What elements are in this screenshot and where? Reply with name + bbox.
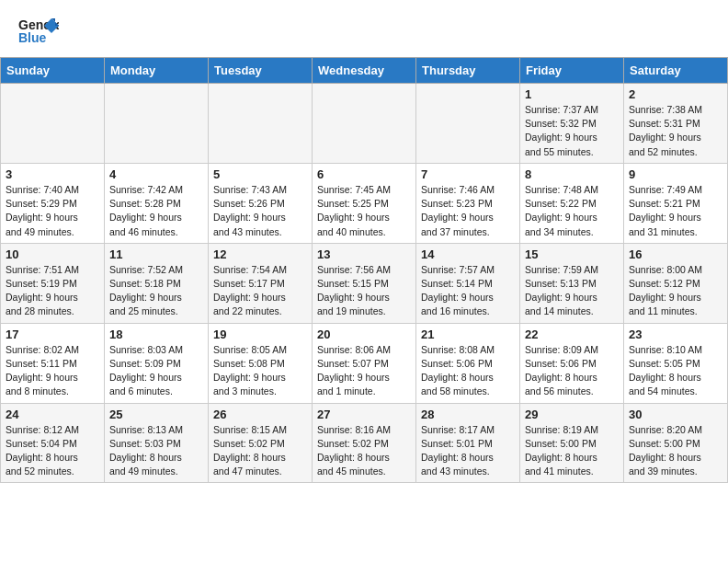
day-number: 15 — [525, 247, 619, 261]
day-number: 16 — [629, 247, 722, 261]
day-number: 7 — [421, 167, 515, 181]
day-info: Sunrise: 7:43 AM Sunset: 5:26 PM Dayligh… — [213, 183, 307, 239]
calendar-day-cell: 24Sunrise: 8:12 AM Sunset: 5:04 PM Dayli… — [1, 403, 105, 483]
day-info: Sunrise: 7:37 AM Sunset: 5:32 PM Dayligh… — [525, 103, 619, 159]
calendar-day-cell: 29Sunrise: 8:19 AM Sunset: 5:00 PM Dayli… — [520, 403, 624, 483]
calendar-day-cell: 13Sunrise: 7:56 AM Sunset: 5:15 PM Dayli… — [313, 243, 416, 323]
calendar-day-cell: 21Sunrise: 8:08 AM Sunset: 5:06 PM Dayli… — [416, 323, 520, 403]
calendar-day-cell: 28Sunrise: 8:17 AM Sunset: 5:01 PM Dayli… — [416, 403, 520, 483]
calendar-week-row: 10Sunrise: 7:51 AM Sunset: 5:19 PM Dayli… — [1, 243, 728, 323]
calendar-empty-cell — [209, 84, 313, 164]
calendar-day-cell: 14Sunrise: 7:57 AM Sunset: 5:14 PM Dayli… — [416, 243, 520, 323]
day-info: Sunrise: 8:02 AM Sunset: 5:11 PM Dayligh… — [6, 343, 99, 399]
calendar-day-cell: 12Sunrise: 7:54 AM Sunset: 5:17 PM Dayli… — [209, 243, 313, 323]
day-info: Sunrise: 8:13 AM Sunset: 5:03 PM Dayligh… — [109, 423, 203, 479]
day-info: Sunrise: 7:49 AM Sunset: 5:21 PM Dayligh… — [629, 183, 722, 239]
day-info: Sunrise: 8:03 AM Sunset: 5:09 PM Dayligh… — [109, 343, 203, 399]
weekday-header: Wednesday — [313, 58, 416, 84]
calendar-day-cell: 4Sunrise: 7:42 AM Sunset: 5:28 PM Daylig… — [105, 163, 209, 243]
day-info: Sunrise: 8:08 AM Sunset: 5:06 PM Dayligh… — [421, 343, 515, 399]
calendar-day-cell: 20Sunrise: 8:06 AM Sunset: 5:07 PM Dayli… — [313, 323, 416, 403]
day-info: Sunrise: 7:42 AM Sunset: 5:28 PM Dayligh… — [109, 183, 203, 239]
day-info: Sunrise: 7:54 AM Sunset: 5:17 PM Dayligh… — [213, 263, 307, 319]
calendar-day-cell: 25Sunrise: 8:13 AM Sunset: 5:03 PM Dayli… — [105, 403, 209, 483]
day-info: Sunrise: 8:09 AM Sunset: 5:06 PM Dayligh… — [525, 343, 619, 399]
day-number: 19 — [213, 327, 307, 341]
day-info: Sunrise: 8:12 AM Sunset: 5:04 PM Dayligh… — [6, 423, 99, 479]
logo-icon: General Blue — [18, 15, 59, 50]
day-info: Sunrise: 7:51 AM Sunset: 5:19 PM Dayligh… — [6, 263, 99, 319]
calendar-day-cell: 9Sunrise: 7:49 AM Sunset: 5:21 PM Daylig… — [624, 163, 728, 243]
day-number: 12 — [213, 247, 307, 261]
day-number: 23 — [629, 327, 722, 341]
calendar-day-cell: 2Sunrise: 7:38 AM Sunset: 5:31 PM Daylig… — [624, 84, 728, 164]
day-number: 26 — [213, 408, 307, 421]
day-number: 28 — [421, 408, 515, 421]
day-info: Sunrise: 7:48 AM Sunset: 5:22 PM Dayligh… — [525, 183, 619, 239]
svg-text:Blue: Blue — [18, 30, 47, 45]
day-number: 11 — [109, 247, 203, 261]
day-info: Sunrise: 7:57 AM Sunset: 5:14 PM Dayligh… — [421, 263, 515, 319]
calendar: SundayMondayTuesdayWednesdayThursdayFrid… — [0, 57, 728, 483]
day-info: Sunrise: 8:19 AM Sunset: 5:00 PM Dayligh… — [525, 423, 619, 479]
calendar-empty-cell — [105, 84, 209, 164]
calendar-week-row: 24Sunrise: 8:12 AM Sunset: 5:04 PM Dayli… — [1, 403, 728, 483]
day-number: 10 — [6, 247, 99, 261]
day-number: 4 — [109, 167, 203, 181]
day-number: 14 — [421, 247, 515, 261]
calendar-day-cell: 15Sunrise: 7:59 AM Sunset: 5:13 PM Dayli… — [520, 243, 624, 323]
day-number: 8 — [525, 167, 619, 181]
day-number: 9 — [629, 167, 722, 181]
calendar-day-cell: 23Sunrise: 8:10 AM Sunset: 5:05 PM Dayli… — [624, 323, 728, 403]
day-number: 17 — [6, 327, 99, 341]
calendar-day-cell: 8Sunrise: 7:48 AM Sunset: 5:22 PM Daylig… — [520, 163, 624, 243]
day-number: 25 — [109, 408, 203, 421]
calendar-week-row: 17Sunrise: 8:02 AM Sunset: 5:11 PM Dayli… — [1, 323, 728, 403]
day-info: Sunrise: 7:45 AM Sunset: 5:25 PM Dayligh… — [317, 183, 411, 239]
calendar-day-cell: 16Sunrise: 8:00 AM Sunset: 5:12 PM Dayli… — [624, 243, 728, 323]
day-info: Sunrise: 7:38 AM Sunset: 5:31 PM Dayligh… — [629, 103, 722, 159]
calendar-day-cell: 7Sunrise: 7:46 AM Sunset: 5:23 PM Daylig… — [416, 163, 520, 243]
day-info: Sunrise: 8:20 AM Sunset: 5:00 PM Dayligh… — [629, 423, 722, 479]
calendar-day-cell: 17Sunrise: 8:02 AM Sunset: 5:11 PM Dayli… — [1, 323, 105, 403]
day-number: 1 — [525, 87, 619, 101]
weekday-header: Thursday — [416, 58, 520, 84]
day-info: Sunrise: 8:05 AM Sunset: 5:08 PM Dayligh… — [213, 343, 307, 399]
day-info: Sunrise: 7:59 AM Sunset: 5:13 PM Dayligh… — [525, 263, 619, 319]
day-number: 22 — [525, 327, 619, 341]
calendar-week-row: 1Sunrise: 7:37 AM Sunset: 5:32 PM Daylig… — [1, 84, 728, 164]
weekday-header-row: SundayMondayTuesdayWednesdayThursdayFrid… — [1, 58, 728, 84]
day-info: Sunrise: 8:16 AM Sunset: 5:02 PM Dayligh… — [317, 423, 411, 479]
day-number: 29 — [525, 408, 619, 421]
calendar-day-cell: 27Sunrise: 8:16 AM Sunset: 5:02 PM Dayli… — [313, 403, 416, 483]
day-number: 20 — [317, 327, 411, 341]
day-info: Sunrise: 7:56 AM Sunset: 5:15 PM Dayligh… — [317, 263, 411, 319]
calendar-day-cell: 10Sunrise: 7:51 AM Sunset: 5:19 PM Dayli… — [1, 243, 105, 323]
day-number: 18 — [109, 327, 203, 341]
weekday-header: Saturday — [624, 58, 728, 84]
weekday-header: Tuesday — [209, 58, 313, 84]
calendar-day-cell: 22Sunrise: 8:09 AM Sunset: 5:06 PM Dayli… — [520, 323, 624, 403]
day-number: 3 — [6, 167, 99, 181]
calendar-day-cell: 11Sunrise: 7:52 AM Sunset: 5:18 PM Dayli… — [105, 243, 209, 323]
calendar-day-cell: 1Sunrise: 7:37 AM Sunset: 5:32 PM Daylig… — [520, 84, 624, 164]
calendar-day-cell: 3Sunrise: 7:40 AM Sunset: 5:29 PM Daylig… — [1, 163, 105, 243]
day-info: Sunrise: 8:15 AM Sunset: 5:02 PM Dayligh… — [213, 423, 307, 479]
weekday-header: Sunday — [1, 58, 105, 84]
day-number: 27 — [317, 408, 411, 421]
day-number: 2 — [629, 87, 722, 101]
logo: General Blue — [18, 15, 59, 50]
calendar-day-cell: 18Sunrise: 8:03 AM Sunset: 5:09 PM Dayli… — [105, 323, 209, 403]
day-info: Sunrise: 8:10 AM Sunset: 5:05 PM Dayligh… — [629, 343, 722, 399]
day-number: 24 — [6, 408, 99, 421]
day-number: 5 — [213, 167, 307, 181]
day-number: 30 — [629, 408, 722, 421]
day-number: 21 — [421, 327, 515, 341]
day-info: Sunrise: 8:17 AM Sunset: 5:01 PM Dayligh… — [421, 423, 515, 479]
calendar-day-cell: 30Sunrise: 8:20 AM Sunset: 5:00 PM Dayli… — [624, 403, 728, 483]
calendar-empty-cell — [313, 84, 416, 164]
calendar-empty-cell — [416, 84, 520, 164]
day-number: 13 — [317, 247, 411, 261]
day-info: Sunrise: 8:06 AM Sunset: 5:07 PM Dayligh… — [317, 343, 411, 399]
day-number: 6 — [317, 167, 411, 181]
